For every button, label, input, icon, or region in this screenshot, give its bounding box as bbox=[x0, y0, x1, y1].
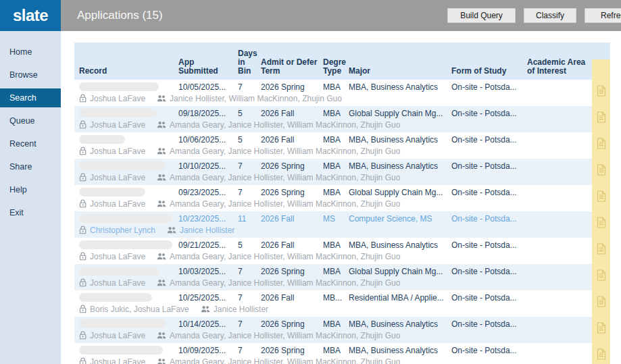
readers-icon bbox=[157, 174, 166, 181]
form-of-study: On-site - Potsda... bbox=[449, 109, 524, 118]
document-icon[interactable] bbox=[597, 322, 606, 334]
sidebar-item[interactable]: Share bbox=[0, 155, 61, 178]
sidebar-item[interactable]: Help bbox=[0, 178, 61, 201]
degree-type: MB... bbox=[320, 293, 346, 303]
record-name-redacted bbox=[74, 214, 176, 224]
column-header-degree-type[interactable]: Degree Type bbox=[320, 58, 346, 80]
slate-logo[interactable]: slate bbox=[0, 0, 61, 31]
sidebar-item-label: Queue bbox=[9, 116, 35, 126]
column-header-major[interactable]: Major bbox=[346, 67, 449, 80]
application-row-sub-line: Joshua LaFave Amanda Geary, Janice Holli… bbox=[74, 277, 610, 288]
record-owner[interactable]: Joshua LaFave bbox=[90, 357, 145, 364]
form-of-study: On-site - Potsda... bbox=[449, 346, 524, 355]
document-icon[interactable] bbox=[597, 138, 606, 149]
days-in-bin: 5 bbox=[235, 135, 258, 145]
app-submitted-date: 10/14/2025... bbox=[176, 319, 235, 329]
document-icon[interactable] bbox=[597, 85, 606, 97]
app-submitted-date: 10/05/2025... bbox=[176, 82, 235, 92]
toolbar-button[interactable]: Classify bbox=[524, 8, 576, 23]
record-owner[interactable]: Joshua LaFave bbox=[90, 278, 145, 288]
document-icon[interactable] bbox=[597, 164, 606, 176]
academic-area-of-interest bbox=[524, 240, 592, 250]
application-row-sub-line: Boris Jukic, Joshua LaFave Janice Hollis… bbox=[74, 303, 610, 315]
record-readers[interactable]: Amanda Geary, Janice Hollister, William … bbox=[170, 278, 400, 288]
record-readers[interactable]: Amanda Geary, Janice Hollister, William … bbox=[170, 357, 400, 364]
application-row[interactable]: 10/25/2025... 7 2026 Fall MB... Resident… bbox=[74, 290, 610, 317]
sidebar-item[interactable]: Browse bbox=[0, 63, 61, 86]
days-in-bin: 7 bbox=[235, 267, 258, 276]
record-readers[interactable]: Amanda Geary, Janice Hollister, William … bbox=[170, 147, 400, 156]
lock-icon bbox=[79, 199, 86, 208]
application-row[interactable]: 10/10/2025... 7 2026 Spring MBA MBA, Bus… bbox=[74, 159, 610, 185]
sidebar-item[interactable]: Exit bbox=[0, 201, 61, 224]
record-readers[interactable]: Janice Hollister bbox=[180, 226, 234, 235]
record-owner[interactable]: Christopher Lynch bbox=[90, 226, 155, 235]
redaction-blob bbox=[79, 240, 172, 249]
sidebar-item[interactable]: Recent bbox=[0, 132, 61, 155]
form-of-study: On-site - Potsda... bbox=[449, 214, 524, 224]
application-row[interactable]: 10/14/2025... 7 2026 Spring MBA MBA, Bus… bbox=[74, 317, 610, 343]
record-owner[interactable]: Joshua LaFave bbox=[90, 173, 145, 182]
record-owner[interactable]: Joshua LaFave bbox=[90, 199, 145, 209]
toolbar-button[interactable]: Build Query bbox=[447, 8, 516, 23]
admit-defer-term: 2026 Fall bbox=[258, 240, 320, 250]
degree-type: MBA bbox=[320, 135, 346, 145]
record-owner[interactable]: Joshua LaFave bbox=[90, 331, 145, 340]
record-readers[interactable]: Amanda Geary, Janice Hollister, William … bbox=[170, 252, 400, 261]
admit-defer-term: 2026 Spring bbox=[258, 346, 320, 355]
column-header-academic-area[interactable]: Academic Area of Interest bbox=[524, 58, 592, 80]
degree-type: MS bbox=[320, 214, 346, 224]
application-row[interactable]: 10/06/2025... 5 2026 Fall MBA MBA, Busin… bbox=[74, 132, 610, 159]
sidebar-item[interactable]: Search bbox=[0, 88, 61, 107]
degree-type: MBA bbox=[320, 161, 346, 171]
record-readers[interactable]: Amanda Geary, Janice Hollister, William … bbox=[170, 199, 400, 209]
column-header-admit-term[interactable]: Admit or Defer Term bbox=[258, 58, 320, 80]
app-submitted-date: 09/21/2025... bbox=[176, 240, 235, 250]
lock-icon bbox=[79, 173, 86, 182]
record-owner[interactable]: Joshua LaFave bbox=[90, 94, 145, 103]
record-owner[interactable]: Joshua LaFave bbox=[90, 147, 145, 156]
application-row-main-line: 10/09/2025... 7 2026 Spring MBA MBA, Bus… bbox=[74, 343, 610, 355]
record-readers[interactable]: Amanda Geary, Janice Hollister, William … bbox=[170, 173, 400, 182]
document-icon[interactable] bbox=[597, 348, 606, 360]
application-row[interactable]: 09/21/2025... 5 2026 Fall MBA MBA, Busin… bbox=[74, 238, 610, 264]
lock-icon bbox=[79, 331, 86, 340]
application-row[interactable]: 10/23/2025... 11 2026 Fall MS Computer S… bbox=[74, 211, 610, 238]
sidebar-item[interactable]: Queue bbox=[0, 109, 61, 132]
application-row[interactable]: 10/03/2025... 7 2026 Spring MBA Global S… bbox=[74, 264, 610, 290]
days-in-bin: 7 bbox=[235, 346, 258, 355]
toolbar-button[interactable]: Refresh bbox=[585, 8, 621, 23]
document-icon[interactable] bbox=[597, 111, 606, 123]
document-icon[interactable] bbox=[597, 217, 606, 228]
major: Global Supply Chain Mg... bbox=[346, 188, 449, 197]
record-owner[interactable]: Joshua LaFave bbox=[90, 120, 145, 130]
column-header-days-in-bin[interactable]: Days in Bin bbox=[235, 49, 258, 80]
column-header-app-submitted[interactable]: App Submitted bbox=[176, 58, 235, 80]
lock-icon bbox=[79, 226, 86, 234]
record-owner[interactable]: Boris Jukic, Joshua LaFave bbox=[90, 305, 189, 314]
record-owner[interactable]: Joshua LaFave bbox=[90, 252, 145, 261]
record-readers[interactable]: Janice Hollister, William MacKinnon, Zhu… bbox=[170, 94, 342, 103]
column-header-form-of-study[interactable]: Form of Study bbox=[449, 67, 524, 80]
column-header-record[interactable]: Record bbox=[74, 67, 176, 80]
application-row[interactable]: 10/05/2025... 7 2026 Spring MBA MBA, Bus… bbox=[74, 80, 610, 106]
record-name-redacted bbox=[74, 240, 176, 250]
application-row[interactable]: 09/18/2025... 5 2026 Fall MBA Global Sup… bbox=[74, 106, 610, 132]
document-icon[interactable] bbox=[597, 243, 606, 255]
document-icon[interactable] bbox=[597, 269, 606, 281]
academic-area-of-interest bbox=[524, 214, 592, 224]
application-row-sub-line: Christopher Lynch Janice Hollister bbox=[74, 224, 610, 236]
application-row-main-line: 10/05/2025... 7 2026 Spring MBA MBA, Bus… bbox=[74, 80, 610, 92]
record-readers[interactable]: Amanda Geary, Janice Hollister, William … bbox=[170, 331, 400, 340]
days-in-bin: 7 bbox=[235, 188, 258, 197]
document-icon[interactable] bbox=[597, 296, 606, 307]
application-row[interactable]: 10/09/2025... 7 2026 Spring MBA MBA, Bus… bbox=[74, 343, 610, 364]
document-icon[interactable] bbox=[597, 190, 606, 202]
record-readers[interactable]: Amanda Geary, Janice Hollister, William … bbox=[170, 120, 400, 130]
sidebar-item[interactable]: Home bbox=[0, 41, 61, 63]
application-row[interactable]: 09/23/2025... 7 2026 Spring MBA Global S… bbox=[74, 185, 610, 211]
form-of-study: On-site - Potsda... bbox=[449, 135, 524, 145]
record-name-redacted bbox=[74, 293, 176, 303]
major: MBA, Business Analytics bbox=[346, 240, 449, 250]
record-readers[interactable]: Janice Hollister bbox=[214, 305, 268, 314]
